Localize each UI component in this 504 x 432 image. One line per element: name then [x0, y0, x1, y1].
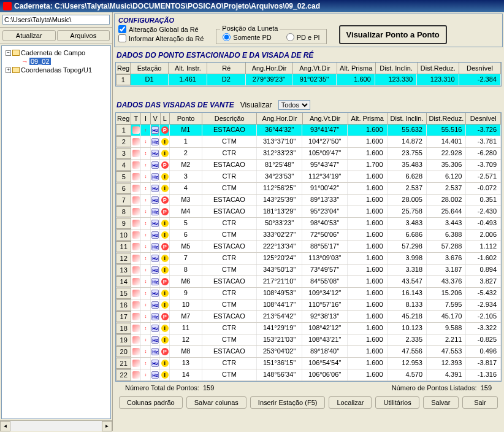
- col-header[interactable]: Alt. Instr.: [169, 63, 207, 74]
- cell-v[interactable]: Hz: [151, 206, 161, 217]
- cell-l[interactable]: I: [160, 183, 170, 194]
- cell-l[interactable]: I: [160, 264, 170, 276]
- cell[interactable]: 95°23'04'': [302, 206, 348, 217]
- cell-i[interactable]: ↕: [141, 299, 151, 310]
- cell[interactable]: 1.600: [348, 125, 387, 136]
- cell[interactable]: 28.002: [427, 195, 466, 206]
- cell[interactable]: 1.600: [348, 171, 387, 182]
- cell-t[interactable]: [131, 241, 141, 252]
- salvar-colunas-button[interactable]: Salvar colunas: [186, 396, 246, 409]
- cell-l[interactable]: I: [160, 323, 170, 334]
- cell[interactable]: 0.351: [466, 195, 501, 206]
- cell[interactable]: 81°25'48'': [257, 160, 302, 171]
- tree-root[interactable]: − Caderneta de Campo: [4, 48, 108, 57]
- cell[interactable]: ESTACAO: [202, 160, 258, 171]
- cell-t[interactable]: [131, 183, 141, 194]
- cell[interactable]: CTM: [202, 264, 258, 276]
- cell[interactable]: 1.112: [466, 241, 501, 252]
- cell[interactable]: CTM: [202, 230, 258, 241]
- cell-reg[interactable]: 16: [116, 299, 131, 310]
- table-row[interactable]: 1↕HzPM1ESTACAO36°44'32''93°41'47''1.6005…: [116, 125, 501, 136]
- tree-item-coord[interactable]: + Coordenadas Topog/U1: [4, 66, 108, 74]
- cell[interactable]: 3.187: [427, 264, 466, 276]
- cell[interactable]: M1: [170, 125, 202, 136]
- tree-view[interactable]: − Caderneta de Campo → 09_02 + Coordenad…: [1, 45, 111, 419]
- cell[interactable]: CTR: [202, 253, 258, 264]
- cell[interactable]: 9: [170, 288, 202, 299]
- cell[interactable]: CTM: [202, 136, 258, 147]
- cell[interactable]: 181°13'29'': [257, 206, 302, 217]
- visualizar-ponto-button[interactable]: Visualizar Ponto a Ponto: [339, 25, 447, 44]
- cell[interactable]: 2.335: [388, 334, 427, 345]
- cell-t[interactable]: [131, 288, 141, 299]
- cell[interactable]: 1.600: [348, 148, 387, 159]
- cell[interactable]: -3.322: [466, 323, 501, 334]
- table-row[interactable]: 6↕HzI4CTM112°56'25''91°00'42''1.6002.537…: [116, 183, 501, 195]
- cell[interactable]: 23.755: [388, 148, 427, 159]
- cell[interactable]: 6.120: [427, 171, 466, 182]
- cell[interactable]: 110°57'16'': [302, 299, 348, 310]
- cell[interactable]: 14.401: [427, 136, 466, 147]
- cell[interactable]: 312°33'23'': [257, 148, 302, 159]
- col-header[interactable]: Ponto: [170, 113, 202, 124]
- cell[interactable]: 43.376: [427, 276, 466, 287]
- scroll-track[interactable]: [10, 421, 102, 431]
- cell-t[interactable]: [131, 206, 141, 217]
- cell-l[interactable]: I: [160, 288, 170, 299]
- cell-i[interactable]: ↕: [141, 160, 151, 171]
- cell-i[interactable]: ↕: [141, 288, 151, 299]
- cell[interactable]: CTR: [202, 218, 258, 229]
- cell[interactable]: 1.600: [337, 74, 375, 85]
- table-row[interactable]: 11↕HzPM5ESTACAO222°13'34''88°55'17''1.60…: [116, 241, 501, 253]
- cell-i[interactable]: ↕: [141, 183, 151, 194]
- salvar-button[interactable]: Salvar: [423, 396, 459, 409]
- cell[interactable]: 35.306: [427, 160, 466, 171]
- cell[interactable]: -2.105: [466, 311, 501, 322]
- cell-t[interactable]: [131, 148, 141, 159]
- cell[interactable]: 45.170: [427, 311, 466, 322]
- cell[interactable]: 1.700: [348, 160, 387, 171]
- cell[interactable]: CTR: [202, 171, 258, 182]
- table-row[interactable]: 2↕HzI1CTM313°37'10''104°27'50''1.60014.8…: [116, 136, 501, 148]
- cell[interactable]: 2.537: [388, 183, 427, 194]
- cell[interactable]: -1.602: [466, 253, 501, 264]
- cell[interactable]: 1: [170, 136, 202, 147]
- table-row[interactable]: 5↕HzI3CTR34°23'53''112°34'19''1.6006.628…: [116, 171, 501, 183]
- cell-reg[interactable]: 13: [116, 264, 131, 276]
- cell[interactable]: 73°49'57'': [302, 264, 348, 276]
- col-header[interactable]: Ang.Hor.Dir: [246, 63, 293, 74]
- table-row[interactable]: 13↕HzI8CTM343°50'13''73°49'57''1.6003.31…: [116, 264, 501, 276]
- cell[interactable]: 91°00'42'': [302, 183, 348, 194]
- cell[interactable]: 1.600: [348, 241, 387, 252]
- cell[interactable]: 2.006: [466, 230, 501, 241]
- cell-l[interactable]: I: [160, 230, 170, 241]
- cell-l[interactable]: I: [160, 334, 170, 345]
- cell[interactable]: 4: [170, 183, 202, 194]
- cell-t[interactable]: [131, 195, 141, 206]
- col-header[interactable]: Ang.Vt.Dir: [293, 63, 337, 74]
- cell-l[interactable]: P: [160, 125, 170, 136]
- cell[interactable]: 45.218: [388, 311, 427, 322]
- expand-icon[interactable]: +: [6, 68, 11, 73]
- cell[interactable]: CTR: [202, 288, 258, 299]
- colunas-padrao-button[interactable]: Colunas padrão: [119, 396, 183, 409]
- cell[interactable]: 1: [116, 74, 131, 85]
- cell[interactable]: 148°56'34'': [257, 369, 302, 380]
- cell-reg[interactable]: 17: [116, 311, 131, 322]
- cell[interactable]: CTR: [202, 148, 258, 159]
- cell[interactable]: 3.483: [388, 218, 427, 229]
- cell[interactable]: 4.570: [388, 369, 427, 380]
- utilitarios-button[interactable]: Utilitários: [375, 396, 419, 409]
- cell-t[interactable]: [131, 311, 141, 322]
- col-header[interactable]: Reg: [116, 63, 131, 74]
- cell-t[interactable]: [131, 171, 141, 182]
- col-header[interactable]: Ré: [207, 63, 246, 74]
- cell-t[interactable]: [131, 334, 141, 345]
- cell[interactable]: ESTACAO: [202, 311, 258, 322]
- cell[interactable]: 123.310: [417, 74, 459, 85]
- cell-reg[interactable]: 21: [116, 358, 131, 369]
- cell[interactable]: -2.430: [466, 206, 501, 217]
- cell-reg[interactable]: 4: [116, 160, 131, 171]
- cell[interactable]: 12.953: [388, 358, 427, 369]
- cell-l[interactable]: P: [160, 346, 170, 357]
